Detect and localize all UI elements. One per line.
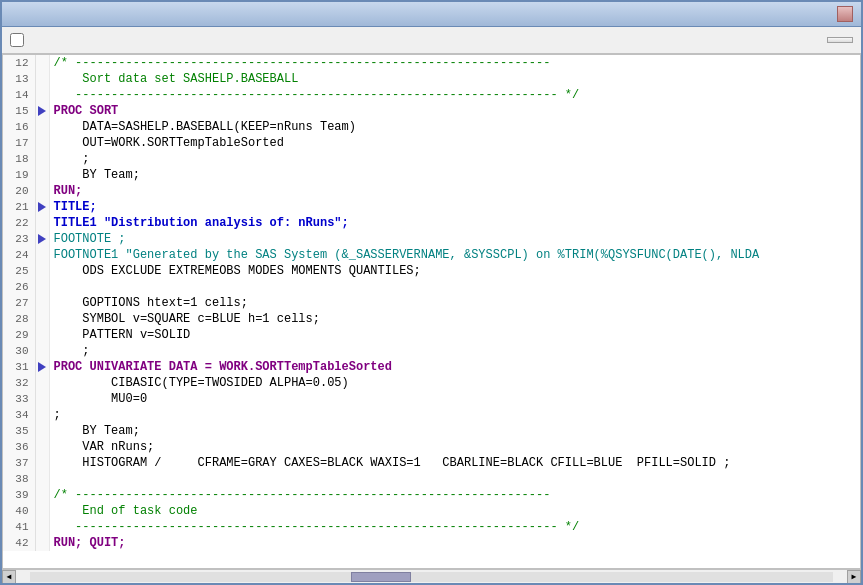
code-segment: MU0=0 xyxy=(54,392,148,406)
table-row: 14 -------------------------------------… xyxy=(3,87,860,103)
code-content: TITLE1 "Distribution analysis of: nRuns"… xyxy=(49,215,860,231)
line-marker xyxy=(35,151,49,167)
code-content: RUN; QUIT; xyxy=(49,535,860,551)
table-row: 20RUN; xyxy=(3,183,860,199)
line-number: 13 xyxy=(3,71,35,87)
code-segment: BY Team; xyxy=(54,424,140,438)
code-content xyxy=(49,471,860,487)
table-row: 17 OUT=WORK.SORTTempTableSorted xyxy=(3,135,860,151)
code-segment: VAR nRuns; xyxy=(54,440,155,454)
table-row: 28 SYMBOL v=SQUARE c=BLUE h=1 cells; xyxy=(3,311,860,327)
line-number: 15 xyxy=(3,103,35,119)
scroll-right-button[interactable]: ▶ xyxy=(847,570,861,584)
table-row: 30 ; xyxy=(3,343,860,359)
table-row: 37 HISTOGRAM / CFRAME=GRAY CAXES=BLACK W… xyxy=(3,455,860,471)
line-number: 28 xyxy=(3,311,35,327)
code-segment: ODS EXCLUDE EXTREMEOBS MODES MOMENTS QUA… xyxy=(54,264,421,278)
line-number: 26 xyxy=(3,279,35,295)
line-number: 40 xyxy=(3,503,35,519)
code-content: ; xyxy=(49,407,860,423)
scroll-left-button[interactable]: ◀ xyxy=(2,570,16,584)
code-segment: /* -------------------------------------… xyxy=(54,56,551,70)
table-row: 26 xyxy=(3,279,860,295)
line-number: 20 xyxy=(3,183,35,199)
line-number: 23 xyxy=(3,231,35,247)
table-row: 13 Sort data set SASHELP.BASEBALL xyxy=(3,71,860,87)
line-number: 17 xyxy=(3,135,35,151)
line-marker xyxy=(35,135,49,151)
scrollbar-thumb[interactable] xyxy=(351,572,411,582)
close-button[interactable] xyxy=(837,6,853,22)
line-marker xyxy=(35,375,49,391)
table-row: 12/* -----------------------------------… xyxy=(3,55,860,71)
clear-all-button[interactable] xyxy=(827,37,853,43)
code-segment: ----------------------------------------… xyxy=(54,88,580,102)
table-row: 23FOOTNOTE ; xyxy=(3,231,860,247)
line-number: 24 xyxy=(3,247,35,263)
code-table: 12/* -----------------------------------… xyxy=(3,55,860,551)
line-marker xyxy=(35,279,49,295)
line-marker xyxy=(35,407,49,423)
line-number: 19 xyxy=(3,167,35,183)
line-marker xyxy=(35,423,49,439)
line-number: 36 xyxy=(3,439,35,455)
table-row: 42RUN; QUIT; xyxy=(3,535,860,551)
table-row: 15PROC SORT xyxy=(3,103,860,119)
code-segment: CIBASIC(TYPE=TWOSIDED ALPHA=0.05) xyxy=(54,376,349,390)
code-content: /* -------------------------------------… xyxy=(49,487,860,503)
line-number: 32 xyxy=(3,375,35,391)
line-marker xyxy=(35,71,49,87)
code-area[interactable]: 12/* -----------------------------------… xyxy=(2,54,861,569)
code-segment: FOOTNOTE1 "Generated by the SAS System (… xyxy=(54,248,760,262)
line-number: 12 xyxy=(3,55,35,71)
table-row: 18 ; xyxy=(3,151,860,167)
code-segment: HISTOGRAM / CFRAME=GRAY CAXES=BLACK WAXI… xyxy=(54,456,731,470)
table-row: 29 PATTERN v=SOLID xyxy=(3,327,860,343)
table-row: 21TITLE; xyxy=(3,199,860,215)
line-marker xyxy=(35,231,49,247)
line-number: 27 xyxy=(3,295,35,311)
table-row: 36 VAR nRuns; xyxy=(3,439,860,455)
table-row: 22TITLE1 "Distribution analysis of: nRun… xyxy=(3,215,860,231)
line-number: 18 xyxy=(3,151,35,167)
line-marker xyxy=(35,167,49,183)
horizontal-scrollbar[interactable]: ◀ ▶ xyxy=(2,569,861,583)
line-marker xyxy=(35,295,49,311)
code-content: ----------------------------------------… xyxy=(49,87,860,103)
code-content: ; xyxy=(49,343,860,359)
scrollbar-track[interactable] xyxy=(30,572,833,582)
line-marker xyxy=(35,487,49,503)
code-content: /* -------------------------------------… xyxy=(49,55,860,71)
code-segment: PROC SORT xyxy=(54,104,119,118)
line-number: 38 xyxy=(3,471,35,487)
line-marker xyxy=(35,55,49,71)
code-content: BY Team; xyxy=(49,423,860,439)
custom-code-checkbox[interactable] xyxy=(10,33,24,47)
main-window: 12/* -----------------------------------… xyxy=(0,0,863,585)
line-marker xyxy=(35,119,49,135)
code-segment: RUN; xyxy=(54,184,83,198)
code-segment: ----------------------------------------… xyxy=(54,520,580,534)
table-row: 39/* -----------------------------------… xyxy=(3,487,860,503)
line-number: 29 xyxy=(3,327,35,343)
code-content: ----------------------------------------… xyxy=(49,519,860,535)
line-marker xyxy=(35,535,49,551)
insertion-arrow-icon xyxy=(38,362,46,372)
line-number: 31 xyxy=(3,359,35,375)
code-content: TITLE; xyxy=(49,199,860,215)
table-row: 31PROC UNIVARIATE DATA = WORK.SORTTempTa… xyxy=(3,359,860,375)
code-content: ODS EXCLUDE EXTREMEOBS MODES MOMENTS QUA… xyxy=(49,263,860,279)
table-row: 41 -------------------------------------… xyxy=(3,519,860,535)
line-number: 30 xyxy=(3,343,35,359)
code-content: MU0=0 xyxy=(49,391,860,407)
code-content: PROC UNIVARIATE DATA = WORK.SORTTempTabl… xyxy=(49,359,860,375)
code-content: VAR nRuns; xyxy=(49,439,860,455)
line-marker xyxy=(35,327,49,343)
line-marker xyxy=(35,199,49,215)
code-content: RUN; xyxy=(49,183,860,199)
line-number: 42 xyxy=(3,535,35,551)
line-marker xyxy=(35,503,49,519)
line-number: 25 xyxy=(3,263,35,279)
line-marker xyxy=(35,103,49,119)
table-row: 35 BY Team; xyxy=(3,423,860,439)
